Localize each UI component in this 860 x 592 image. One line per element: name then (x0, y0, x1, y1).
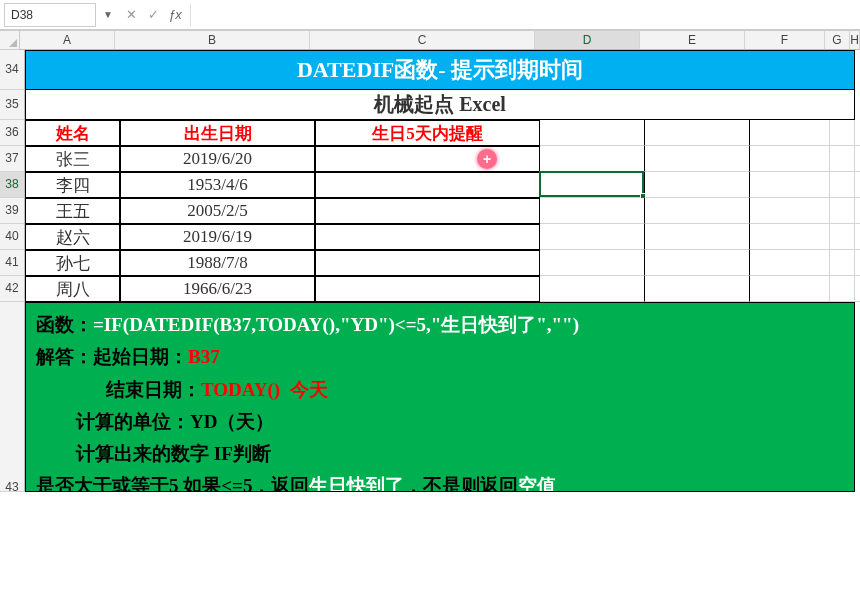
cell-G39[interactable] (830, 198, 855, 224)
cell-F38[interactable] (750, 172, 830, 198)
formula-bar-buttons: ✕ ✓ ƒx (116, 4, 191, 26)
col-header-A[interactable]: A (20, 30, 115, 50)
cell-D42[interactable] (540, 276, 645, 302)
expl-l6c: ，不是则返回 (404, 475, 518, 492)
expl-l6d: 空值 (518, 475, 556, 492)
birthdate-cell[interactable]: 1988/7/8 (120, 250, 315, 276)
cell-E37[interactable] (645, 146, 750, 172)
row-header-40[interactable]: 40 (0, 224, 25, 250)
expl-l6b: 生日快到了 (309, 475, 404, 492)
reminder-cell[interactable] (315, 146, 540, 172)
reminder-cell[interactable] (315, 224, 540, 250)
cell-D37[interactable] (540, 146, 645, 172)
name-cell[interactable]: 王五 (25, 198, 120, 224)
col-header-C[interactable]: C (310, 30, 535, 50)
cell-H39[interactable] (855, 198, 860, 224)
col-header-B[interactable]: B (115, 30, 310, 50)
header-name[interactable]: 姓名 (25, 120, 120, 146)
expl-l5a: 计算出来的数字 IF判断 (76, 443, 271, 464)
select-all-triangle[interactable] (0, 30, 20, 50)
birthdate-cell[interactable]: 2005/2/5 (120, 198, 315, 224)
expl-l1b: =IF(DATEDIF(B37,TODAY(),"YD")<=5,"生日快到了"… (93, 314, 579, 335)
row-header-35[interactable]: 35 (0, 90, 25, 120)
row-header-42[interactable]: 42 (0, 276, 25, 302)
cell-F40[interactable] (750, 224, 830, 250)
birthdate-cell[interactable]: 2019/6/20 (120, 146, 315, 172)
fx-icon[interactable]: ƒx (164, 4, 186, 26)
cell-E42[interactable] (645, 276, 750, 302)
cell-F37[interactable] (750, 146, 830, 172)
name-cell[interactable]: 赵六 (25, 224, 120, 250)
cell-H36[interactable] (855, 120, 860, 146)
row-header-37[interactable]: 37 (0, 146, 25, 172)
expl-l4a: 计算的单位：YD（天） (76, 411, 274, 432)
name-cell[interactable]: 孙七 (25, 250, 120, 276)
cell-F41[interactable] (750, 250, 830, 276)
expl-l2a: 解答： (36, 346, 93, 367)
title-cell[interactable]: DATEDIF函数- 提示到期时间 (25, 50, 855, 90)
name-cell[interactable]: 李四 (25, 172, 120, 198)
reminder-cell[interactable] (315, 276, 540, 302)
active-cell-ref: D38 (11, 8, 33, 22)
subtitle-cell[interactable]: 机械起点 Excel (25, 90, 855, 120)
row-header-38[interactable]: 38 (0, 172, 25, 198)
cell-G40[interactable] (830, 224, 855, 250)
cell-D38[interactable] (540, 172, 645, 198)
cell-H41[interactable] (855, 250, 860, 276)
expl-l1a: 函数： (36, 314, 93, 335)
cell-F42[interactable] (750, 276, 830, 302)
expl-l3a: 结束日期： (106, 379, 201, 400)
expl-l3c: 今天 (290, 379, 328, 400)
confirm-icon[interactable]: ✓ (142, 4, 164, 26)
cell-G37[interactable] (830, 146, 855, 172)
row-header-36[interactable]: 36 (0, 120, 25, 146)
birthdate-cell[interactable]: 2019/6/19 (120, 224, 315, 250)
cell-F39[interactable] (750, 198, 830, 224)
col-header-G[interactable]: G (825, 30, 850, 50)
formula-input[interactable] (195, 3, 860, 27)
cell-G42[interactable] (830, 276, 855, 302)
cell-E38[interactable] (645, 172, 750, 198)
cell-D39[interactable] (540, 198, 645, 224)
row-header-34[interactable]: 34 (0, 50, 25, 90)
cancel-icon[interactable]: ✕ (120, 4, 142, 26)
reminder-cell[interactable] (315, 172, 540, 198)
cell-H40[interactable] (855, 224, 860, 250)
col-header-F[interactable]: F (745, 30, 825, 50)
cell-D40[interactable] (540, 224, 645, 250)
cell-G38[interactable] (830, 172, 855, 198)
col-header-E[interactable]: E (640, 30, 745, 50)
expl-l2c: B37 (188, 346, 220, 367)
expl-l3b: TODAY() (201, 379, 280, 400)
cell-H38[interactable] (855, 172, 860, 198)
cell-E41[interactable] (645, 250, 750, 276)
col-header-H[interactable]: H (850, 30, 860, 50)
birthdate-cell[interactable]: 1966/6/23 (120, 276, 315, 302)
cell-H37[interactable] (855, 146, 860, 172)
col-header-D[interactable]: D (535, 30, 640, 50)
cell-H42[interactable] (855, 276, 860, 302)
formula-bar: D38 ▼ ✕ ✓ ƒx (0, 0, 860, 30)
cell-E40[interactable] (645, 224, 750, 250)
cell-F36[interactable] (750, 120, 830, 146)
reminder-cell[interactable] (315, 250, 540, 276)
cell-D36[interactable] (540, 120, 645, 146)
explanation-block[interactable]: 函数：=IF(DATEDIF(B37,TODAY(),"YD")<=5,"生日快… (25, 302, 855, 492)
name-cell[interactable]: 周八 (25, 276, 120, 302)
row-header-41[interactable]: 41 (0, 250, 25, 276)
cell-D41[interactable] (540, 250, 645, 276)
header-birthdate[interactable]: 出生日期 (120, 120, 315, 146)
cell-E39[interactable] (645, 198, 750, 224)
header-reminder[interactable]: 生日5天内提醒 (315, 120, 540, 146)
row-header-39[interactable]: 39 (0, 198, 25, 224)
name-box-dropdown-icon[interactable]: ▼ (100, 9, 116, 20)
name-box[interactable]: D38 (4, 3, 96, 27)
birthdate-cell[interactable]: 1953/4/6 (120, 172, 315, 198)
cell-G36[interactable] (830, 120, 855, 146)
cell-G41[interactable] (830, 250, 855, 276)
reminder-cell[interactable] (315, 198, 540, 224)
name-cell[interactable]: 张三 (25, 146, 120, 172)
cell-E36[interactable] (645, 120, 750, 146)
sheet-area: A B C D E F G H 34 DATEDIF函数- 提示到期时间 35 … (0, 30, 860, 492)
row-header-43[interactable]: 43 (0, 302, 25, 492)
